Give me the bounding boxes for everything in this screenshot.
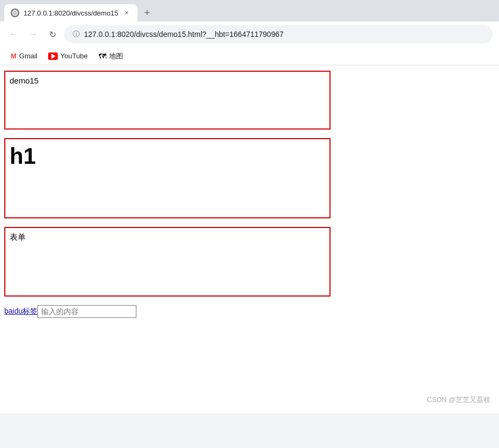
forward-button[interactable]: → bbox=[26, 27, 41, 42]
gmail-icon: M bbox=[11, 52, 17, 60]
new-tab-button[interactable]: + bbox=[140, 5, 155, 20]
bookmark-maps-label: 地图 bbox=[109, 51, 123, 61]
page-content: demo15 h1 表单 baidu标签 CSDN @芝芝又荔枝 bbox=[0, 65, 499, 413]
maps-icon: 🗺 bbox=[98, 51, 106, 60]
youtube-icon bbox=[48, 52, 58, 60]
bookmark-gmail[interactable]: M Gmail bbox=[6, 50, 42, 62]
browser-chrome: ⊙ 127.0.0.1:8020/divcss/demo15 × + ← → ↻… bbox=[0, 0, 499, 65]
tab-close-button[interactable]: × bbox=[122, 9, 131, 17]
bookmark-maps[interactable]: 🗺 地图 bbox=[94, 49, 127, 63]
demo15-text: demo15 bbox=[10, 76, 39, 85]
form-box: 表单 bbox=[4, 227, 331, 297]
demo15-box: demo15 bbox=[4, 71, 331, 130]
tab-bar: ⊙ 127.0.0.1:8020/divcss/demo15 × + bbox=[0, 0, 499, 21]
baidu-link[interactable]: baidu标签 bbox=[4, 307, 37, 316]
back-button[interactable]: ← bbox=[6, 27, 21, 42]
address-bar-row: ← → ↻ ⓘ 127.0.0.1:8020/divcss/demo15.htm… bbox=[0, 21, 499, 47]
address-lock-icon: ⓘ bbox=[73, 29, 80, 39]
h1-box: h1 bbox=[4, 138, 331, 218]
form-text: 表单 bbox=[10, 232, 26, 242]
watermark: CSDN @芝芝又荔枝 bbox=[427, 395, 490, 405]
reload-button[interactable]: ↻ bbox=[45, 27, 60, 42]
bookmarks-bar: M Gmail YouTube 🗺 地图 bbox=[0, 47, 499, 65]
youtube-play-icon bbox=[51, 54, 56, 59]
address-field[interactable]: ⓘ 127.0.0.1:8020/divcss/demo15.html?__hb… bbox=[64, 25, 493, 43]
bookmark-youtube-label: YouTube bbox=[60, 52, 88, 60]
baidu-row: baidu标签 bbox=[4, 305, 495, 318]
h1-text: h1 bbox=[10, 143, 36, 169]
tab-title: 127.0.0.1:8020/divcss/demo15 bbox=[24, 9, 118, 17]
bookmark-gmail-label: Gmail bbox=[19, 52, 37, 60]
bookmark-youtube[interactable]: YouTube bbox=[44, 50, 92, 62]
tab-favicon-icon: ⊙ bbox=[11, 9, 19, 17]
baidu-input[interactable] bbox=[37, 305, 136, 318]
address-text: 127.0.0.1:8020/divcss/demo15.html?__hbt=… bbox=[84, 30, 283, 39]
browser-tab[interactable]: ⊙ 127.0.0.1:8020/divcss/demo15 × bbox=[4, 4, 137, 21]
